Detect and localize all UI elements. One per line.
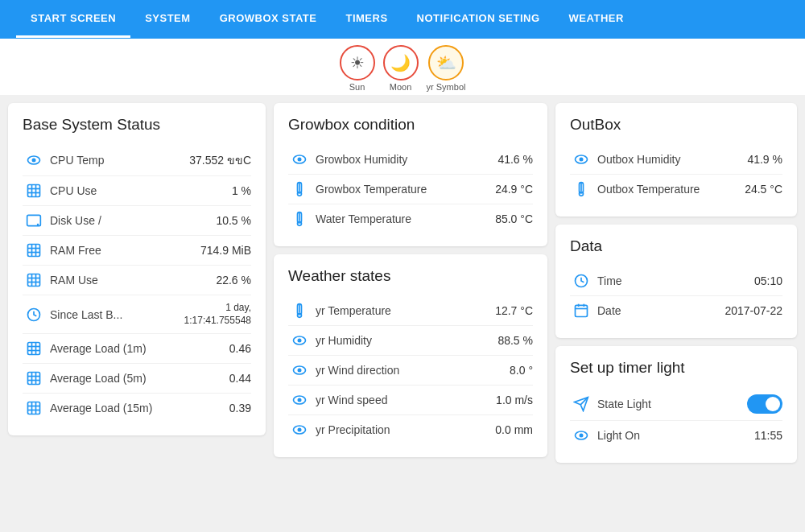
avg-load-1m-row: Average Load (1m) 0.46 — [23, 334, 251, 364]
send-icon-state-light — [570, 396, 592, 412]
base-system-card: Base System Status CPU Temp 37.552 ขขC C… — [8, 103, 266, 435]
weather-states-title: Weather states — [288, 267, 533, 285]
clock-icon-since — [23, 307, 45, 323]
since-last-boot-value: 1 day,1:17:41.755548 — [184, 302, 251, 327]
light-on-label: Light On — [597, 429, 754, 442]
nav-weather[interactable]: WEATHER — [555, 1, 638, 38]
since-last-boot-row: Since Last B... 1 day,1:17:41.755548 — [23, 295, 251, 334]
svg-point-1 — [32, 159, 36, 163]
state-light-toggle[interactable] — [747, 394, 782, 414]
state-light-label: State Light — [597, 398, 747, 410]
nav-growbox-state[interactable]: GROWBOX STATE — [205, 1, 332, 38]
outbox-card: OutBox Outbox Humidity 41.9 % Outbox Tem… — [555, 103, 797, 217]
growbox-card: Growbox condition Growbox Humidity 41.6 … — [274, 103, 547, 246]
data-card-title: Data — [570, 237, 782, 255]
cpu-temp-row: CPU Temp 37.552 ขขC — [23, 145, 251, 176]
water-temp-label: Water Temperature — [316, 212, 495, 225]
yr-symbol-icon: ⛅ — [428, 45, 464, 80]
yr-wind-dir-row: yr Wind direction 8.0 ° — [288, 356, 533, 386]
growbox-temp-label: Growbox Temperature — [316, 183, 495, 196]
outbox-humidity-label: Outbox Humidity — [597, 153, 747, 166]
yr-humidity-label: yr Humidity — [316, 334, 497, 347]
svg-rect-20 — [28, 343, 40, 355]
svg-point-41 — [298, 339, 302, 343]
moon-icon-item: 🌙 Moon — [383, 45, 419, 92]
yr-precip-value: 0.0 mm — [495, 423, 533, 436]
time-value: 05:10 — [754, 274, 782, 287]
calendar-icon-date — [570, 303, 592, 319]
middle-column: Growbox condition Growbox Humidity 41.6 … — [274, 103, 547, 463]
svg-rect-25 — [28, 373, 40, 385]
disk-use-label: Disk Use / — [50, 214, 216, 227]
sun-label: Sun — [349, 82, 365, 92]
yr-humidity-row: yr Humidity 88.5 % — [288, 326, 533, 356]
svg-rect-30 — [28, 402, 40, 414]
cpu-temp-value: 37.552 ขขC — [189, 151, 251, 169]
svg-point-47 — [298, 428, 302, 432]
date-row: Date 2017-07-22 — [570, 296, 782, 325]
eye-icon-yr-wind-speed — [288, 392, 311, 408]
weather-states-card: Weather states yr Temperature 12.7 °C yr… — [274, 254, 547, 457]
disk-use-value: 10.5 % — [216, 214, 251, 227]
right-column: OutBox Outbox Humidity 41.9 % Outbox Tem… — [555, 103, 797, 463]
svg-rect-52 — [576, 305, 588, 316]
svg-rect-9 — [28, 245, 40, 257]
svg-point-36 — [298, 158, 302, 162]
water-temp-value: 85.0 °C — [495, 212, 533, 225]
nav-start-screen[interactable]: START SCREEN — [16, 1, 130, 38]
svg-point-45 — [298, 398, 302, 402]
yr-symbol-icon-item: ⛅ yr Symbol — [427, 45, 466, 92]
ram-free-value: 714.9 MiB — [200, 244, 251, 257]
yr-temp-row: yr Temperature 12.7 °C — [288, 296, 533, 326]
growbox-humidity-row: Growbox Humidity 41.6 % — [288, 145, 533, 175]
growbox-temp-value: 24.9 °C — [495, 183, 533, 196]
time-row: Time 05:10 — [570, 266, 782, 296]
outbox-humidity-row: Outbox Humidity 41.9 % — [570, 145, 782, 175]
eye-icon-yr-wind-dir — [288, 362, 311, 378]
growbox-humidity-label: Growbox Humidity — [316, 153, 497, 166]
water-temp-row: Water Temperature 85.0 °C — [288, 204, 533, 233]
date-label: Date — [597, 304, 724, 317]
therm-icon-water-temp — [288, 211, 311, 227]
yr-wind-speed-value: 1.0 m/s — [496, 394, 533, 406]
yr-wind-dir-value: 8.0 ° — [510, 364, 533, 377]
nav-notification[interactable]: NOTIFICATION SETING — [402, 1, 555, 38]
growbox-humidity-value: 41.6 % — [497, 153, 533, 166]
eye-icon-growbox-humidity — [288, 151, 311, 167]
disk-icon — [23, 212, 45, 229]
clock-icon-time — [570, 273, 592, 289]
svg-point-8 — [37, 224, 39, 226]
cpu-temp-label: CPU Temp — [50, 154, 189, 167]
light-on-row: Light On 11:55 — [570, 421, 782, 450]
yr-temp-label: yr Temperature — [316, 304, 495, 317]
gear-icon-ram-use — [23, 272, 45, 288]
gear-icon-avg-1m — [23, 340, 45, 357]
eye-icon-yr-humidity — [288, 332, 311, 348]
therm-icon-growbox-temp — [288, 181, 311, 197]
avg-load-5m-value: 0.44 — [229, 372, 251, 385]
ram-use-label: RAM Use — [50, 274, 216, 287]
nav-timers[interactable]: TIMERS — [331, 1, 402, 38]
avg-load-1m-value: 0.46 — [229, 342, 251, 355]
therm-icon-outbox-temp — [570, 181, 592, 197]
ram-use-row: RAM Use 22.6 % — [23, 266, 251, 295]
nav-system[interactable]: SYSTEM — [130, 1, 204, 38]
yr-temp-value: 12.7 °C — [495, 304, 533, 317]
gear-icon-avg-15m — [23, 400, 45, 416]
timer-light-title: Set up timer light — [570, 359, 782, 377]
growbox-temp-row: Growbox Temperature 24.9 °C — [288, 175, 533, 204]
svg-point-43 — [298, 369, 302, 373]
eye-icon-cpu-temp — [23, 152, 45, 168]
gear-icon-ram-free — [23, 242, 45, 258]
sun-icon: ☀ — [340, 45, 375, 80]
base-system-column: Base System Status CPU Temp 37.552 ขขC C… — [8, 103, 266, 463]
avg-load-15m-row: Average Load (15m) 0.39 — [23, 394, 251, 423]
ram-free-label: RAM Free — [50, 244, 200, 257]
yr-precip-row: yr Precipitation 0.0 mm — [288, 415, 533, 444]
yr-humidity-value: 88.5 % — [497, 334, 533, 347]
timer-light-card: Set up timer light State Light Light On … — [555, 346, 797, 463]
yr-wind-speed-row: yr Wind speed 1.0 m/s — [288, 386, 533, 415]
svg-rect-2 — [28, 185, 40, 197]
avg-load-15m-label: Average Load (15m) — [50, 402, 229, 414]
yr-wind-dir-label: yr Wind direction — [316, 364, 510, 377]
